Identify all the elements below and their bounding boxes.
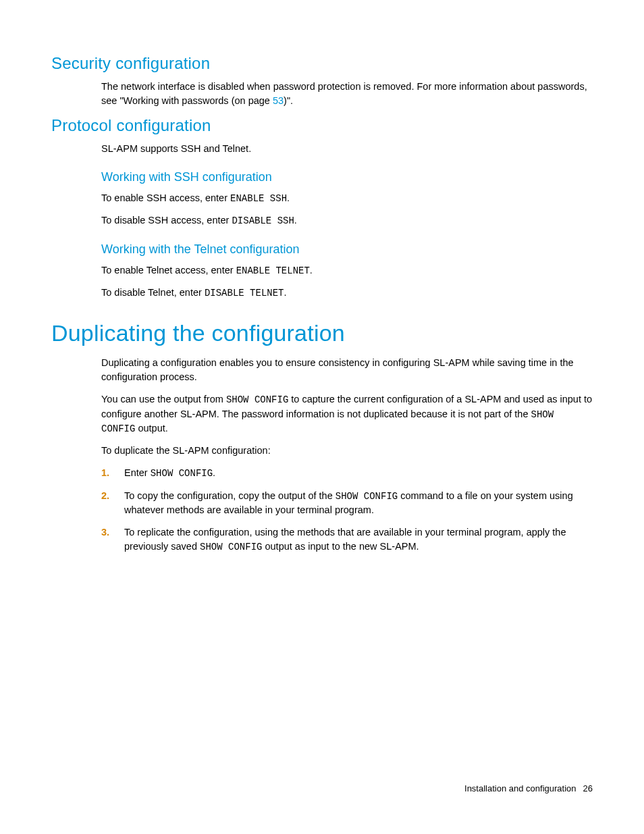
code-enable-ssh: ENABLE SSH — [230, 193, 287, 204]
dup-paragraph-3: To duplicate the SL-APM configuration: — [101, 444, 593, 458]
text: To enable SSH access, enter — [101, 192, 230, 203]
text: To enable Telnet access, enter — [101, 265, 236, 276]
code-disable-telnet: DISABLE TELNET — [205, 288, 284, 298]
code-show-config: SHOW CONFIG — [200, 542, 262, 552]
page-footer: Installation and configuration26 — [464, 783, 593, 793]
steps-list: 1. Enter SHOW CONFIG. 2. To copy the con… — [101, 466, 593, 554]
heading-ssh-configuration: Working with SSH configuration — [101, 168, 593, 186]
dup-paragraph-2: You can use the output from SHOW CONFIG … — [101, 392, 593, 436]
footer-section: Installation and configuration — [464, 783, 576, 793]
text: To disable Telnet, enter — [101, 287, 205, 298]
text: . — [284, 287, 287, 298]
step-1: 1. Enter SHOW CONFIG. — [101, 466, 593, 480]
telnet-disable-paragraph: To disable Telnet, enter DISABLE TELNET. — [101, 286, 593, 300]
text: . — [294, 215, 297, 226]
protocol-body: SL-APM supports SSH and Telnet. Working … — [101, 142, 593, 300]
text: )". — [284, 95, 293, 106]
heading-duplicating-configuration: Duplicating the configuration — [51, 320, 593, 346]
code-disable-ssh: DISABLE SSH — [232, 215, 294, 226]
text: You can use the output from — [101, 394, 226, 405]
code-show-config: SHOW CONFIG — [151, 468, 213, 479]
step-number: 3. — [101, 525, 109, 540]
text: . — [287, 192, 290, 203]
step-2: 2. To copy the configuration, copy the o… — [101, 489, 593, 517]
page: Security configuration The network inter… — [0, 0, 644, 834]
protocol-intro: SL-APM supports SSH and Telnet. — [101, 142, 593, 156]
text: output as input to the new SL-APM. — [262, 541, 419, 552]
dup-paragraph-1: Duplicating a configuration enables you … — [101, 356, 593, 384]
text: output. — [135, 423, 167, 434]
code-show-config: SHOW CONFIG — [336, 491, 398, 502]
heading-protocol-configuration: Protocol configuration — [51, 116, 593, 135]
text: To copy the configuration, copy the outp… — [124, 490, 336, 501]
heading-security-configuration: Security configuration — [51, 54, 593, 73]
text: . — [310, 265, 313, 276]
step-number: 2. — [101, 489, 109, 503]
text: To disable SSH access, enter — [101, 215, 232, 226]
footer-page-number: 26 — [583, 783, 593, 793]
heading-telnet-configuration: Working with the Telnet configuration — [101, 240, 593, 258]
telnet-enable-paragraph: To enable Telnet access, enter ENABLE TE… — [101, 263, 593, 278]
duplicating-body: Duplicating a configuration enables you … — [101, 356, 593, 554]
ssh-enable-paragraph: To enable SSH access, enter ENABLE SSH. — [101, 191, 593, 205]
code-enable-telnet: ENABLE TELNET — [236, 265, 310, 276]
text: Enter — [124, 467, 151, 478]
security-body: The network interface is disabled when p… — [101, 80, 593, 108]
text: . — [213, 467, 215, 478]
page-link-53[interactable]: 53 — [273, 95, 284, 106]
ssh-disable-paragraph: To disable SSH access, enter DISABLE SSH… — [101, 213, 593, 228]
security-paragraph: The network interface is disabled when p… — [101, 80, 593, 108]
step-3: 3. To replicate the configuration, using… — [101, 525, 593, 554]
text: The network interface is disabled when p… — [101, 81, 587, 106]
code-show-config: SHOW CONFIG — [226, 394, 288, 405]
step-number: 1. — [101, 466, 109, 480]
